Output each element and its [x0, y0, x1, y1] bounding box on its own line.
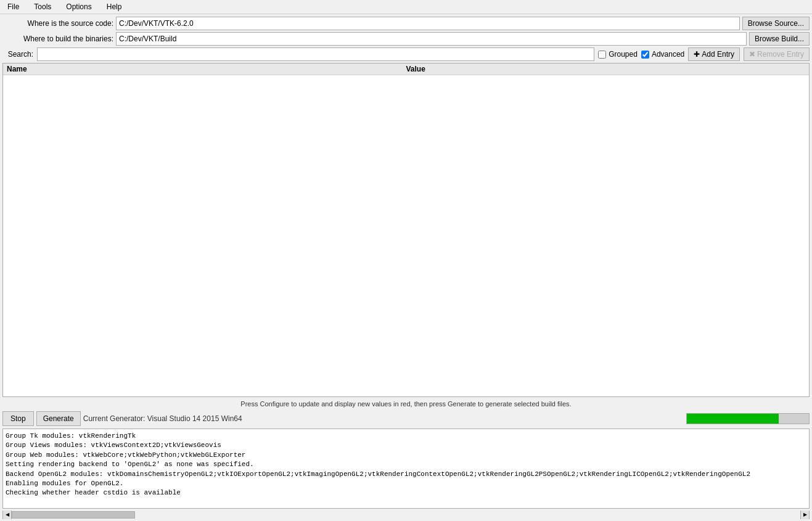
- build-input[interactable]: [116, 32, 747, 46]
- output-log[interactable]: Group Tk modules: vtkRenderingTk Group V…: [2, 429, 810, 509]
- browse-build-button[interactable]: Browse Build...: [749, 32, 810, 46]
- table-body: [3, 75, 809, 396]
- remove-icon: ✖: [749, 50, 755, 59]
- menu-options[interactable]: Options: [61, 1, 96, 12]
- advanced-checkbox[interactable]: [641, 51, 649, 59]
- menu-tools[interactable]: Tools: [29, 1, 56, 12]
- table-header: Name Value: [3, 64, 809, 75]
- menu-help[interactable]: Help: [102, 1, 127, 12]
- grouped-label: Grouped: [609, 50, 638, 59]
- generate-button[interactable]: Generate: [36, 411, 81, 426]
- scroll-thumb[interactable]: [12, 511, 135, 519]
- progress-bar: [686, 413, 810, 424]
- stop-button[interactable]: Stop: [2, 411, 34, 426]
- source-input[interactable]: [116, 17, 740, 30]
- build-path-row: Where to build the binaries: Browse Buil…: [2, 32, 810, 46]
- source-path-row: Where is the source code: Browse Source.…: [2, 17, 810, 30]
- search-label: Search:: [2, 50, 33, 59]
- build-label: Where to build the binaries:: [2, 35, 113, 43]
- remove-entry-button[interactable]: ✖ Remove Entry: [744, 47, 810, 61]
- status-bar: Press Configure to update and display ne…: [2, 399, 810, 409]
- search-input[interactable]: [37, 47, 594, 61]
- name-value-table: Name Value: [2, 63, 810, 397]
- generator-label: Current Generator: Visual Studio 14 2015…: [83, 414, 684, 423]
- source-label: Where is the source code:: [2, 19, 113, 28]
- add-entry-label: Add Entry: [702, 50, 734, 59]
- progress-bar-fill: [687, 414, 779, 424]
- grouped-checkbox-group: Grouped: [598, 50, 638, 59]
- browse-source-button[interactable]: Browse Source...: [742, 17, 810, 30]
- advanced-checkbox-group: Advanced: [641, 50, 684, 59]
- advanced-label: Advanced: [652, 50, 684, 59]
- log-scrollbar: ◀ ▶: [2, 511, 810, 519]
- remove-entry-label: Remove Entry: [757, 50, 804, 59]
- main-container: Where is the source code: Browse Source.…: [0, 14, 812, 521]
- search-row: Search: Grouped Advanced ✚ Add Entry ✖ R…: [2, 47, 810, 61]
- menubar: File Tools Options Help: [0, 0, 812, 14]
- scroll-track[interactable]: [12, 511, 800, 519]
- column-name-header: Name: [7, 65, 406, 73]
- menu-file[interactable]: File: [2, 1, 24, 12]
- scroll-left-button[interactable]: ◀: [3, 511, 12, 519]
- scroll-right-button[interactable]: ▶: [800, 511, 809, 519]
- add-entry-button[interactable]: ✚ Add Entry: [688, 47, 740, 61]
- grouped-checkbox[interactable]: [598, 51, 606, 59]
- column-value-header: Value: [406, 65, 806, 73]
- plus-icon: ✚: [694, 50, 700, 59]
- bottom-row: Stop Generate Current Generator: Visual …: [2, 411, 810, 427]
